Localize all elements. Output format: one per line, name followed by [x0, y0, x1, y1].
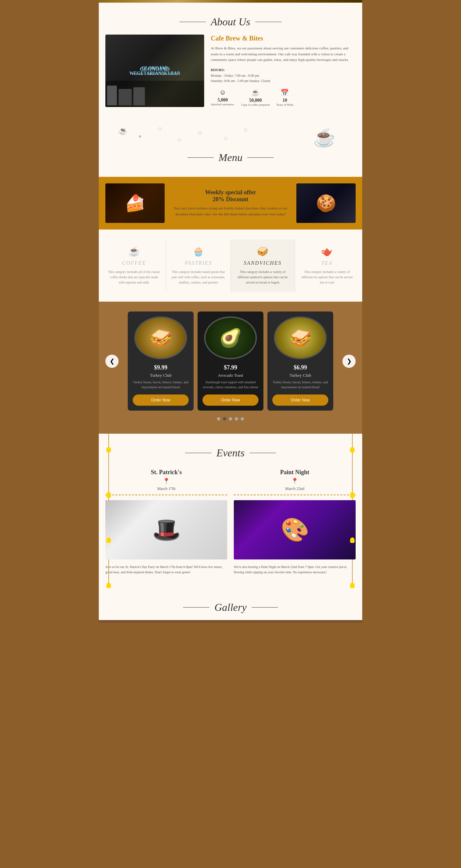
order-btn-3[interactable]: Order Now — [272, 395, 328, 406]
coffee-cup-icon: ☕ — [107, 246, 161, 257]
stat-customers-label: Satisfied customers. — [211, 103, 235, 106]
event-2-date: March 22nd — [234, 486, 356, 495]
about-title: About Us — [105, 16, 356, 28]
about-title-text: About Us — [211, 16, 250, 28]
food-card-2: 🥑 $7.99 Avocado Toast Sourdough toast to… — [197, 311, 264, 411]
event-1-date: March 17th — [105, 486, 227, 495]
category-sandwiches-desc: This category includes a variety of diff… — [236, 269, 290, 285]
stat-customers: ☺ 5,000 Satisfied customers. — [211, 89, 235, 106]
about-content: GLONOJAD WEGETARIANSKI BAR Cafe Brew & B… — [105, 35, 356, 107]
food-card-3-desc: Turkey breast, bacon, lettuce, tomato, a… — [272, 380, 328, 390]
special-text: Weekly special offer 20% Discount You ca… — [171, 189, 290, 217]
events-section: Events St. Patrick's 📍 March 17th 🎩 Join… — [99, 434, 362, 588]
menu-categories: ☕ coffee This category includes all of t… — [99, 229, 362, 302]
menu-title: Menu — [99, 152, 362, 164]
food-card-1-image: 🥪 — [134, 316, 187, 359]
category-coffee-desc: This category includes all of the classi… — [107, 269, 161, 285]
beans-decoration: ☕ ● ○ ○ ○ ○ ○ ☕ Menu — [99, 117, 362, 177]
category-tea-desc: This category includes a variety of diff… — [300, 269, 354, 285]
menu-title-text: Menu — [219, 152, 243, 164]
event-1-description: Join us for our St. Patrick's Day Party … — [105, 564, 227, 575]
food-card-2-desc: Sourdough toast topped with smashed avoc… — [203, 380, 258, 390]
event-card-paintnight: Paint Night 📍 March 22nd 🎨 We're also ho… — [234, 469, 356, 575]
dot-4[interactable] — [235, 417, 238, 421]
food-card-2-name: Avocado Toast — [203, 373, 258, 378]
prev-button[interactable]: ❮ — [105, 354, 119, 368]
category-tea[interactable]: 🫖 Tea This category includes a variety o… — [295, 239, 359, 292]
food-card-3-price: $6.99 — [272, 364, 328, 371]
event-1-name: St. Patrick's — [105, 469, 227, 476]
events-title: Events — [105, 447, 356, 459]
gallery-section: Gallery — [99, 588, 362, 620]
category-pastries-name: PASTRIES — [171, 260, 225, 266]
special-discount: 20% Discount — [171, 196, 290, 203]
cookies-image: 🍪 — [296, 183, 356, 223]
stat-years-label: Years of Work — [276, 103, 294, 106]
food-card-1: 🥪 $9.99 Turkey Club Turkey breast, bacon… — [128, 311, 194, 411]
category-sandwiches-name: sandviches — [236, 260, 290, 266]
gallery-title: Gallery — [105, 601, 356, 614]
stats-container: ☺ 5,000 Satisfied customers. ☕ 50,000 Cu… — [211, 89, 356, 106]
category-coffee-name: coffee — [107, 260, 161, 266]
stat-coffee-label: Cups of coffee prepared — [241, 103, 270, 106]
order-btn-1[interactable]: Order Now — [133, 395, 189, 406]
sandwich-icon: 🥪 — [236, 246, 290, 257]
patrick-emoji: 🎩 — [152, 516, 181, 543]
event-2-image: 🎨 — [234, 500, 356, 559]
smiley-icon: ☺ — [211, 89, 235, 96]
pastry-icon: 🧁 — [171, 246, 225, 257]
stat-coffee: ☕ 50,000 Cups of coffee prepared — [241, 89, 270, 106]
pagination-dots — [99, 411, 362, 424]
food-card-3: 🥪 $6.99 Turkey Club Turkey breast, bacon… — [267, 311, 333, 411]
calendar-icon: 📅 — [276, 89, 294, 96]
tea-icon: 🫖 — [300, 246, 354, 257]
special-offer-title: Weekly special offer — [171, 189, 290, 196]
stat-coffee-number: 50,000 — [241, 98, 270, 103]
event-1-image: 🎩 — [105, 500, 227, 559]
paint-emoji: 🎨 — [281, 516, 309, 543]
event-card-stpatricks: St. Patrick's 📍 March 17th 🎩 Join us for… — [105, 469, 227, 575]
food-card-2-image: 🥑 — [204, 316, 257, 359]
food-cards-section: ❮ 🥪 $9.99 Turkey Club Turkey breast, bac… — [99, 302, 362, 434]
coffee-stat-icon: ☕ — [241, 89, 270, 96]
dot-2[interactable] — [223, 417, 226, 421]
turkey-2-emoji: 🥪 — [289, 327, 312, 349]
about-section: About Us GLONOJAD WEGETARIANSKI BAR — [99, 3, 362, 117]
special-offer-description: You can't leave without trying our fresh… — [171, 206, 290, 217]
food-cards-wrapper: ❮ 🥪 $9.99 Turkey Club Turkey breast, bac… — [99, 311, 362, 411]
hours-title: HOURS: — [211, 68, 356, 72]
cake-image: 🍰 — [105, 183, 165, 223]
dot-1[interactable] — [217, 417, 220, 421]
avocado-emoji: 🥑 — [219, 327, 242, 349]
cafe-image-container: GLONOJAD WEGETARIANSKI BAR — [105, 35, 204, 107]
category-coffee[interactable]: ☕ coffee This category includes all of t… — [102, 239, 166, 292]
event-2-description: We're also hosting a Paint Night on Marc… — [234, 564, 356, 575]
cafe-name: Cafe Brew & Bites — [211, 35, 356, 42]
order-btn-2[interactable]: Order Now — [203, 395, 258, 406]
event-2-name: Paint Night — [234, 469, 356, 476]
food-card-2-price: $7.99 — [203, 364, 258, 371]
category-tea-name: Tea — [300, 260, 354, 266]
dot-3[interactable] — [229, 417, 232, 421]
category-pastries[interactable]: 🧁 PASTRIES This category includes baked … — [166, 239, 230, 292]
food-card-3-image: 🥪 — [274, 316, 327, 359]
stat-years: 📅 10 Years of Work — [276, 89, 294, 106]
about-text-container: Cafe Brew & Bites At Brew & Bites, we ar… — [211, 35, 356, 107]
stat-years-number: 10 — [276, 98, 294, 103]
stat-customers-number: 5,000 — [211, 97, 235, 103]
food-cards-list: 🥪 $9.99 Turkey Club Turkey breast, bacon… — [122, 311, 339, 411]
event-1-location-icon: 📍 — [105, 477, 227, 485]
events-title-text: Events — [216, 447, 244, 459]
event-2-location-icon: 📍 — [234, 477, 356, 485]
food-card-1-desc: Turkey breast, bacon, lettuce, tomato, a… — [133, 380, 189, 390]
category-pastries-desc: This category includes baked goods that … — [171, 269, 225, 285]
food-card-3-name: Turkey Club — [272, 373, 328, 378]
sandwich-1-emoji: 🥪 — [150, 327, 172, 349]
special-offer-banner: 🍰 Weekly special offer 20% Discount You … — [99, 177, 362, 229]
dot-5[interactable] — [241, 417, 244, 421]
next-button[interactable]: ❯ — [342, 354, 356, 368]
category-sandwiches[interactable]: 🥪 sandviches This category includes a va… — [231, 239, 295, 292]
cafe-storefront-image: GLONOJAD WEGETARIANSKI BAR — [105, 35, 204, 107]
gallery-title-text: Gallery — [214, 601, 247, 614]
events-grid: St. Patrick's 📍 March 17th 🎩 Join us for… — [105, 469, 356, 575]
